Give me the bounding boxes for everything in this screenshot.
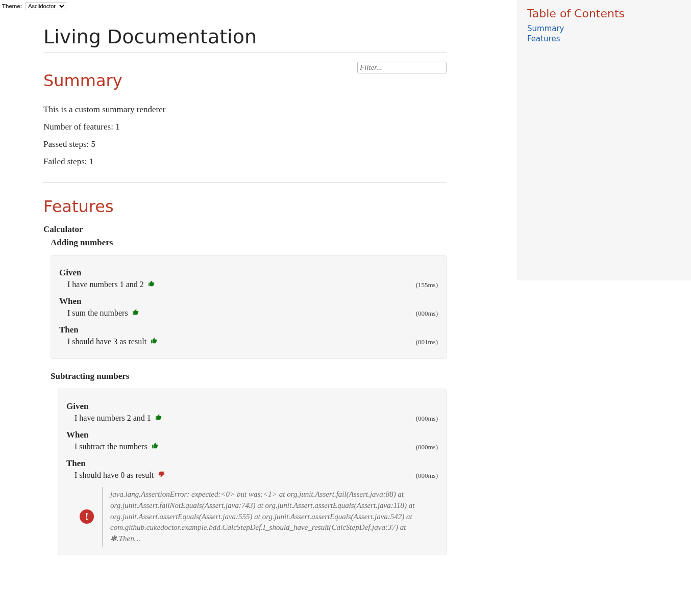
step-text: I have numbers 2 and 1 — [75, 414, 162, 423]
features-heading: Features — [43, 197, 447, 216]
step-time: (001ms) — [416, 338, 438, 346]
step-row: I should have 0 as result (000ms) — [75, 471, 438, 480]
step-text: I have numbers 1 and 2 — [67, 280, 155, 289]
toc-link-features[interactable]: Features — [527, 34, 682, 43]
scenario-block: Given I have numbers 2 and 1 (000ms) Whe… — [58, 389, 447, 555]
theme-selector-bar: Theme: Asciidoctor — [0, 0, 517, 10]
filter-input[interactable] — [357, 62, 447, 73]
thumbs-up-icon — [155, 414, 162, 422]
thumbs-up-icon — [148, 280, 155, 289]
error-block: ! java.lang.AssertionError: expected:<0>… — [80, 487, 438, 547]
step-keyword: When — [66, 430, 438, 440]
theme-label: Theme: — [2, 3, 22, 9]
step-time: (000ms) — [416, 310, 438, 318]
thumbs-up-icon — [132, 309, 139, 317]
step-keyword: Given — [66, 401, 438, 412]
step-time: (000ms) — [416, 415, 438, 423]
exclamation-icon: ! — [80, 509, 94, 524]
summary-heading: Summary — [43, 71, 122, 90]
thumbs-down-icon — [158, 471, 165, 479]
step-keyword: Given — [59, 268, 438, 278]
thumbs-up-icon — [151, 338, 158, 346]
step-text: I subtract the numbers — [75, 442, 159, 451]
step-text: I sum the numbers — [67, 309, 139, 318]
step-row: I sum the numbers (000ms) — [67, 309, 438, 318]
step-text: I should have 3 as result — [67, 337, 158, 346]
step-text: I should have 0 as result — [75, 471, 165, 480]
scenario-name: Subtracting numbers — [51, 371, 447, 381]
step-time: (000ms) — [416, 472, 438, 480]
summary-line: Number of features: 1 — [43, 122, 447, 132]
summary-line: Failed steps: 1 — [43, 157, 447, 167]
step-keyword: Then — [66, 458, 438, 469]
step-row: I have numbers 2 and 1 (000ms) — [75, 414, 438, 423]
scenario-block: Given I have numbers 1 and 2 (155ms) Whe… — [51, 255, 447, 359]
page-title: Living Documentation — [43, 25, 447, 53]
error-message: java.lang.AssertionError: expected:<0> b… — [102, 487, 438, 547]
step-keyword: When — [59, 296, 438, 306]
step-time: (155ms) — [416, 281, 438, 289]
theme-select[interactable]: Asciidoctor — [26, 2, 66, 10]
section-divider — [43, 182, 447, 183]
step-row: I should have 3 as result (001ms) — [67, 337, 438, 346]
toc-title: Table of Contents — [527, 7, 682, 20]
step-row: I have numbers 1 and 2 (155ms) — [67, 280, 438, 289]
toc-link-summary[interactable]: Summary — [527, 24, 682, 33]
table-of-contents: Table of Contents Summary Features — [517, 0, 691, 280]
feature-name: Calculator — [43, 224, 447, 235]
step-keyword: Then — [59, 325, 438, 335]
summary-line: This is a custom summary renderer — [43, 105, 447, 115]
summary-line: Passed steps: 5 — [43, 139, 447, 149]
scenario-name: Adding numbers — [51, 238, 447, 248]
step-time: (000ms) — [416, 443, 438, 451]
step-row: I subtract the numbers (000ms) — [75, 442, 438, 451]
thumbs-up-icon — [152, 443, 159, 451]
